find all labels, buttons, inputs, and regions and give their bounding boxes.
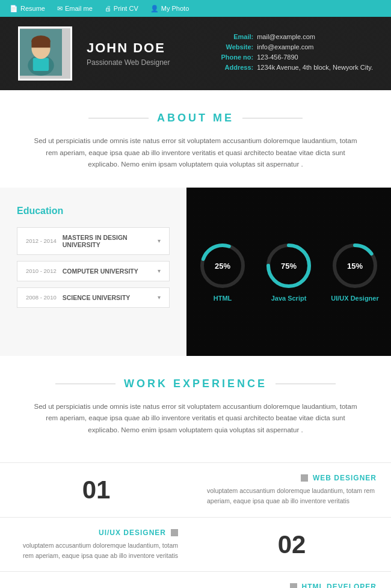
work-title-line-right xyxy=(276,384,336,384)
print-icon: 🖨 xyxy=(105,5,111,12)
work-title-2: HTML DEVELOPER xyxy=(207,583,377,588)
svg-rect-2 xyxy=(33,58,49,71)
profile-header: JOHN DOE Passionate Web Designer Email: … xyxy=(0,17,391,90)
html-percent: 25% xyxy=(215,261,230,270)
email-icon: ✉ xyxy=(57,5,63,13)
nav-resume[interactable]: 📄 Resume xyxy=(10,5,45,13)
education-side: Education 2012 - 2014 MASTERS IN DESIGN … xyxy=(0,188,186,356)
js-label: Java Script xyxy=(265,295,313,302)
phone-label: Phone no: xyxy=(212,54,253,61)
work-left-0: 01 xyxy=(0,463,192,517)
chevron-icon-0: ▾ xyxy=(158,237,161,244)
edu-item-2[interactable]: 2008 - 2010 SCIENCE UNIVERSITY ▾ xyxy=(17,287,170,308)
work-right-1: 02 xyxy=(192,518,391,572)
skill-js: 75% Java Script xyxy=(265,242,313,302)
header-name-block: JOHN DOE Passionate Web Designer xyxy=(84,40,200,67)
email-value: mail@example.com xyxy=(257,33,315,40)
profile-subtitle: Passionate Web Designer xyxy=(87,58,200,67)
work-title-1: UI/UX DESIGNER xyxy=(14,528,178,537)
uiux-label: UI/UX Designer xyxy=(331,295,379,302)
edu-name-2: SCIENCE UNIVERSITY xyxy=(63,294,131,301)
skill-uiux: 15% UI/UX Designer xyxy=(331,242,379,302)
avatar xyxy=(18,26,72,81)
work-title-0: WEB DESIGNER xyxy=(207,474,377,482)
photo-icon: 👤 xyxy=(150,5,159,13)
work-intro-text: Sed ut perspiciatis unde omnis iste natu… xyxy=(33,401,358,436)
top-navigation: 📄 Resume ✉ Email me 🖨 Print CV 👤 My Phot… xyxy=(0,0,391,17)
address-label: Address: xyxy=(212,64,253,71)
edu-item-0[interactable]: 2012 - 2014 MASTERS IN DESIGN UNIVERSITY… xyxy=(17,227,170,255)
js-percent: 75% xyxy=(281,261,297,270)
edu-year-0: 2012 - 2014 xyxy=(26,237,57,244)
chevron-icon-1: ▾ xyxy=(158,268,161,274)
website-value: info@example.com xyxy=(257,43,313,51)
nav-email[interactable]: ✉ Email me xyxy=(57,5,93,13)
work-items-list: 01 WEB DESIGNER voluptatem accusantium d… xyxy=(0,462,391,588)
work-number-1: 02 xyxy=(278,532,306,557)
skills-side: 25% HTML 75% Java Script 15% xyxy=(186,188,391,356)
education-title: Education xyxy=(17,206,170,216)
title-line-right xyxy=(242,118,303,118)
work-right-0: WEB DESIGNER voluptatem accusantium dolo… xyxy=(192,463,391,517)
website-label: Website: xyxy=(212,43,253,51)
email-label: Email: xyxy=(212,33,253,40)
about-title: ABOUT ME xyxy=(24,112,367,124)
about-section: ABOUT ME Sed ut perspiciatis unde omnis … xyxy=(0,90,391,188)
edu-name-0: MASTERS IN DESIGN UNIVERSITY xyxy=(63,234,158,248)
phone-value: 123-456-7890 xyxy=(257,54,298,61)
work-icon-0 xyxy=(301,474,308,482)
about-text: Sed ut perspiciatis unde omnis iste natu… xyxy=(33,135,358,171)
work-icon-1 xyxy=(171,529,178,536)
work-row-0: 01 WEB DESIGNER voluptatem accusantium d… xyxy=(0,462,391,517)
edu-skills-section: Education 2012 - 2014 MASTERS IN DESIGN … xyxy=(0,188,391,356)
edu-year-1: 2010 - 2012 xyxy=(26,268,57,274)
work-desc-1: voluptatem accusantium doloremque laudan… xyxy=(14,541,178,561)
edu-year-2: 2008 - 2010 xyxy=(26,294,57,301)
html-label: HTML xyxy=(199,295,247,302)
nav-photo[interactable]: 👤 My Photo xyxy=(150,5,189,13)
resume-icon: 📄 xyxy=(10,5,18,13)
work-row-1: UI/UX DESIGNER voluptatem accusantium do… xyxy=(0,517,391,572)
work-title: WORK EXPERIENCE xyxy=(24,378,367,390)
work-experience-section: WORK EXPERIENCE Sed ut perspiciatis unde… xyxy=(0,356,391,463)
edu-name-1: COMPUTER UNIVERSITY xyxy=(63,268,138,275)
profile-name: JOHN DOE xyxy=(87,40,200,56)
edu-item-1[interactable]: 2010 - 2012 COMPUTER UNIVERSITY ▾ xyxy=(17,261,170,281)
work-row-2: 03 HTML DEVELOPER voluptatem accusantium… xyxy=(0,571,391,588)
chevron-icon-2: ▾ xyxy=(158,294,161,301)
work-desc-0: voluptatem accusantium doloremque laudan… xyxy=(207,486,377,506)
work-title-line-left xyxy=(55,384,115,384)
title-line-left xyxy=(88,118,149,118)
header-contact: Email: mail@example.com Website: info@ex… xyxy=(212,33,373,74)
address-value: 1234k Avenue, 4th block, Newyork City. xyxy=(257,64,373,71)
work-icon-2 xyxy=(290,583,297,588)
work-right-2: HTML DEVELOPER voluptatem accusantium do… xyxy=(192,572,391,588)
nav-print[interactable]: 🖨 Print CV xyxy=(105,5,138,12)
uiux-percent: 15% xyxy=(347,261,363,270)
work-number-0: 01 xyxy=(82,477,111,503)
work-left-2: 03 xyxy=(0,572,192,588)
work-left-1: UI/UX DESIGNER voluptatem accusantium do… xyxy=(0,518,192,572)
skill-html: 25% HTML xyxy=(199,242,247,302)
svg-rect-5 xyxy=(31,41,50,48)
